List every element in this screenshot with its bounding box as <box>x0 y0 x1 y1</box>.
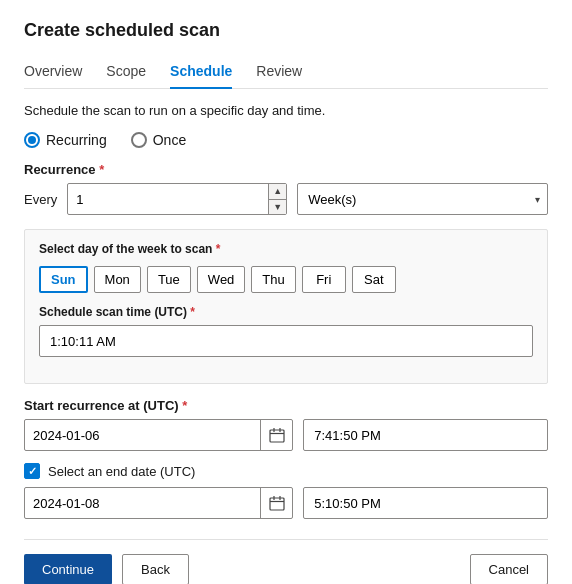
frequency-radio-group: Recurring Once <box>24 132 548 148</box>
radio-recurring-label: Recurring <box>46 132 107 148</box>
end-calendar-icon[interactable] <box>260 487 292 519</box>
unit-select-wrap[interactable]: Week(s) Day(s) Month(s) ▾ <box>297 183 548 215</box>
radio-recurring-circle <box>24 132 40 148</box>
tab-scope[interactable]: Scope <box>106 57 146 89</box>
footer: Continue Back Cancel <box>24 539 548 584</box>
day-btn-wed[interactable]: Wed <box>197 266 246 293</box>
start-recurrence-section: Start recurrence at (UTC) * <box>24 398 548 451</box>
recurrence-row: Every ▲ ▼ Week(s) Day(s) Month(s) ▾ <box>24 183 548 215</box>
radio-recurring[interactable]: Recurring <box>24 132 107 148</box>
day-btn-mon[interactable]: Mon <box>94 266 141 293</box>
day-of-week-section: Select day of the week to scan * Sun Mon… <box>24 229 548 384</box>
start-date-input-wrap <box>24 419 293 451</box>
back-button[interactable]: Back <box>122 554 189 584</box>
spinner-up-btn[interactable]: ▲ <box>269 184 286 200</box>
radio-once[interactable]: Once <box>131 132 186 148</box>
end-date-input[interactable] <box>25 488 260 518</box>
recurrence-section-label: Recurrence * <box>24 162 548 177</box>
end-date-checkbox[interactable] <box>24 463 40 479</box>
start-calendar-icon[interactable] <box>260 419 292 451</box>
day-section-label: Select day of the week to scan * <box>39 242 533 256</box>
spinner-down-btn[interactable]: ▼ <box>269 200 286 215</box>
day-btn-sun[interactable]: Sun <box>39 266 88 293</box>
tab-overview[interactable]: Overview <box>24 57 82 89</box>
svg-rect-4 <box>270 498 284 510</box>
every-label: Every <box>24 192 57 207</box>
day-btn-sat[interactable]: Sat <box>352 266 396 293</box>
svg-rect-0 <box>270 430 284 442</box>
start-recurrence-label: Start recurrence at (UTC) * <box>24 398 548 413</box>
day-btn-thu[interactable]: Thu <box>251 266 295 293</box>
day-btn-fri[interactable]: Fri <box>302 266 346 293</box>
scan-time-input[interactable] <box>39 325 533 357</box>
end-date-checkbox-row: Select an end date (UTC) <box>24 463 548 479</box>
start-date-input[interactable] <box>25 420 260 450</box>
scan-time-section: Schedule scan time (UTC) * <box>39 305 533 357</box>
end-time-input[interactable] <box>303 487 548 519</box>
page-title: Create scheduled scan <box>24 20 548 41</box>
end-date-section: Select an end date (UTC) <box>24 463 548 519</box>
end-date-time-row <box>24 487 548 519</box>
start-date-time-row <box>24 419 548 451</box>
radio-once-circle <box>131 132 147 148</box>
radio-once-label: Once <box>153 132 186 148</box>
scan-time-label: Schedule scan time (UTC) * <box>39 305 533 319</box>
tabs-bar: Overview Scope Schedule Review <box>24 57 548 89</box>
spinner-btns: ▲ ▼ <box>268 184 286 214</box>
tab-review[interactable]: Review <box>256 57 302 89</box>
every-value-input[interactable] <box>68 184 268 214</box>
footer-left: Continue Back <box>24 554 189 584</box>
start-time-input[interactable] <box>303 419 548 451</box>
day-buttons-row: Sun Mon Tue Wed Thu Fri Sat <box>39 266 533 293</box>
end-date-input-wrap <box>24 487 293 519</box>
end-date-checkbox-label: Select an end date (UTC) <box>48 464 195 479</box>
tab-schedule[interactable]: Schedule <box>170 57 232 89</box>
continue-button[interactable]: Continue <box>24 554 112 584</box>
subtitle: Schedule the scan to run on a specific d… <box>24 103 548 118</box>
every-number-input[interactable]: ▲ ▼ <box>67 183 287 215</box>
day-btn-tue[interactable]: Tue <box>147 266 191 293</box>
cancel-button[interactable]: Cancel <box>470 554 548 584</box>
unit-select[interactable]: Week(s) Day(s) Month(s) <box>297 183 548 215</box>
